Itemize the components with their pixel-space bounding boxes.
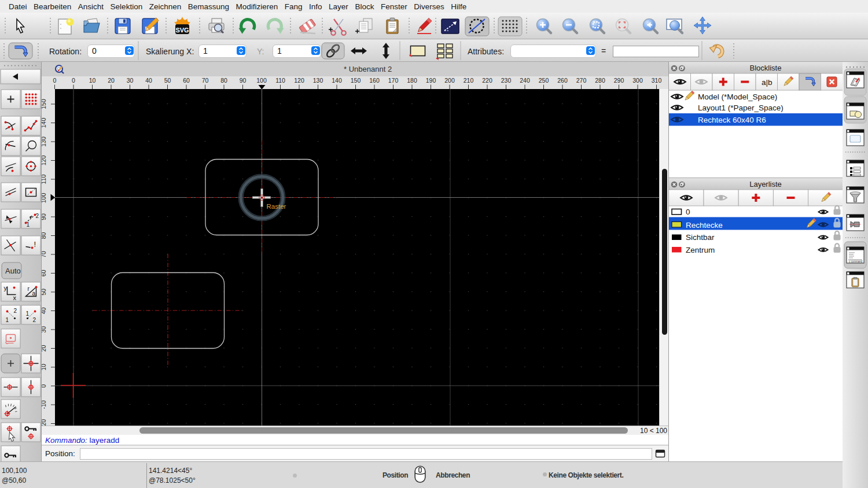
svg-text:!: ! <box>34 240 36 249</box>
svg-text:Rechtecke: Rechtecke <box>686 221 723 230</box>
svg-text:280: 280 <box>595 76 605 83</box>
svg-text:80: 80 <box>42 232 47 239</box>
svg-text:Layerliste: Layerliste <box>749 180 782 188</box>
svg-text:150: 150 <box>351 76 361 83</box>
svg-text:90: 90 <box>240 76 247 83</box>
svg-text:10: 10 <box>42 364 47 371</box>
svg-text:80: 80 <box>220 76 227 83</box>
svg-text:Raster: Raster <box>267 203 286 210</box>
svg-text:100: 100 <box>42 193 47 204</box>
svg-text:90: 90 <box>42 213 47 220</box>
svg-text:2: 2 <box>33 317 36 323</box>
svg-text:Layout1 (*Paper_Space): Layout1 (*Paper_Space) <box>698 103 784 112</box>
svg-text:60: 60 <box>42 270 47 277</box>
svg-text:1: 1 <box>6 317 9 323</box>
svg-text:Rechteck 60x40 R6: Rechteck 60x40 R6 <box>698 116 766 124</box>
svg-text:170: 170 <box>388 76 399 83</box>
svg-text:140: 140 <box>42 118 47 128</box>
svg-text:50: 50 <box>164 76 171 83</box>
svg-text:0: 0 <box>53 76 57 83</box>
svg-text:0: 0 <box>42 384 47 387</box>
svg-text:270: 270 <box>576 76 587 83</box>
svg-text:290: 290 <box>614 76 624 83</box>
svg-text:100: 100 <box>256 76 267 83</box>
svg-text:30: 30 <box>127 76 134 83</box>
svg-text:200: 200 <box>444 76 455 83</box>
svg-text:Auto: Auto <box>5 267 21 275</box>
svg-text:180: 180 <box>407 76 417 83</box>
svg-text:130: 130 <box>42 136 47 147</box>
svg-text:2: 2 <box>36 213 39 219</box>
svg-text:160: 160 <box>369 76 380 83</box>
svg-text:70: 70 <box>202 76 209 83</box>
svg-text:2: 2 <box>14 308 17 314</box>
svg-text:60: 60 <box>183 76 190 83</box>
svg-text:Blockliste: Blockliste <box>750 64 782 72</box>
svg-text:20: 20 <box>42 345 47 352</box>
svg-text:140: 140 <box>332 76 342 83</box>
svg-text:0: 0 <box>72 76 75 83</box>
svg-text:40: 40 <box>145 76 152 83</box>
svg-text:150: 150 <box>42 99 47 109</box>
svg-text:260: 260 <box>557 76 568 83</box>
svg-text:-10: -10 <box>42 400 47 409</box>
svg-text:Sichtbar: Sichtbar <box>686 233 715 242</box>
svg-text:70: 70 <box>42 251 47 258</box>
svg-text:190: 190 <box>426 76 436 83</box>
svg-text:Model (*Model_Space): Model (*Model_Space) <box>698 93 777 101</box>
svg-text:Zentrum: Zentrum <box>686 246 715 254</box>
svg-text:240: 240 <box>520 76 530 83</box>
svg-text:1: 1 <box>26 310 30 317</box>
svg-text:-20: -20 <box>42 419 47 426</box>
svg-text:40: 40 <box>42 308 47 315</box>
svg-text:220: 220 <box>482 76 492 83</box>
svg-text:210: 210 <box>464 76 474 83</box>
svg-text:0: 0 <box>686 208 690 216</box>
svg-text:50: 50 <box>42 289 47 295</box>
svg-text:120: 120 <box>42 156 47 166</box>
svg-text:a: a <box>32 290 36 297</box>
svg-text:110: 110 <box>275 76 285 83</box>
svg-text:20: 20 <box>108 76 115 83</box>
svg-text:120: 120 <box>294 76 304 83</box>
svg-text:1: 1 <box>27 221 30 228</box>
svg-text:300: 300 <box>632 76 643 83</box>
svg-text:10: 10 <box>89 76 96 83</box>
svg-text:110: 110 <box>42 174 47 184</box>
svg-text:310: 310 <box>652 76 662 83</box>
svg-text:30: 30 <box>42 326 47 333</box>
svg-text:c command: c command <box>849 260 863 263</box>
svg-text:x: x <box>13 294 17 301</box>
svg-text:a|b: a|b <box>762 78 773 87</box>
svg-text:y: y <box>4 284 8 291</box>
svg-text:250: 250 <box>539 76 549 83</box>
svg-text:130: 130 <box>313 76 323 83</box>
svg-text:230: 230 <box>501 76 512 83</box>
